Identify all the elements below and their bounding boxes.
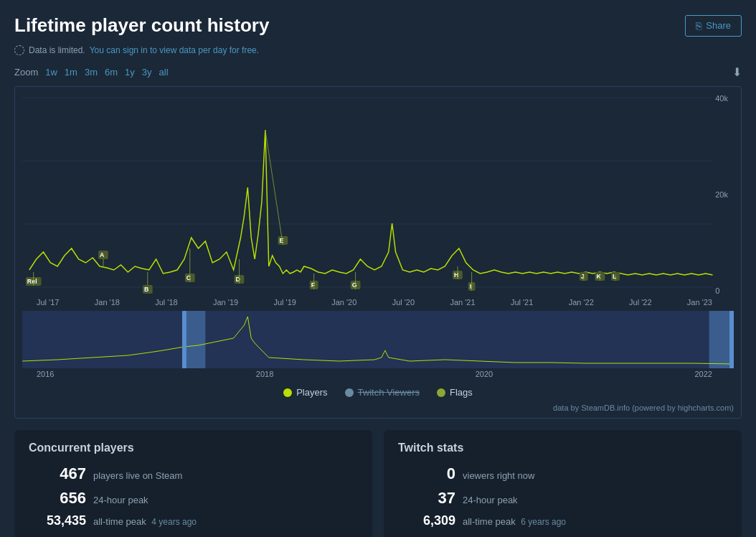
twitch-stats-card: Twitch stats 0 viewers right now 37 24-h…	[384, 430, 742, 537]
page-title: Lifetime player count history	[14, 14, 269, 37]
x-label-4: Jul '19	[273, 298, 296, 307]
x-label-10: Jul '22	[629, 298, 651, 307]
x-label-8: Jul '21	[511, 298, 533, 307]
svg-text:E: E	[279, 237, 283, 244]
sign-in-link[interactable]: You can sign in to view data per day for…	[90, 45, 259, 55]
y-axis-labels: 40k 20k 0	[715, 94, 728, 295]
legend-players[interactable]: Players	[283, 387, 327, 398]
mini-year-2: 2020	[476, 370, 493, 378]
viewers-now-row: 0 viewers right now	[398, 464, 727, 483]
twitch-alltime-peak-row: 6,309 all-time peak 6 years ago	[398, 513, 727, 528]
svg-rect-47	[729, 311, 734, 368]
data-by: data by SteamDB.info (powered by highcha…	[22, 401, 734, 418]
y-label-40k: 40k	[715, 94, 728, 103]
y-label-0: 0	[715, 286, 728, 295]
mini-year-3: 2022	[694, 370, 712, 378]
players-dot	[283, 388, 292, 397]
live-row: 467 players live on Steam	[29, 464, 358, 483]
zoom-3y[interactable]: 3y	[142, 67, 152, 78]
svg-text:F: F	[311, 281, 316, 289]
share-button[interactable]: ⎘ Share	[685, 15, 742, 37]
live-label: players live on Steam	[93, 470, 182, 481]
twitch-alltime-peak-label: all-time peak 6 years ago	[463, 516, 566, 527]
zoom-6m[interactable]: 6m	[105, 67, 118, 78]
svg-text:L: L	[613, 273, 617, 280]
twitch-peak-24h-row: 37 24-hour peak	[398, 489, 727, 508]
x-label-11: Jan '23	[687, 298, 712, 307]
mini-chart-svg	[22, 311, 734, 368]
twitch-peak-24h-number: 37	[398, 489, 455, 508]
zoom-1y[interactable]: 1y	[125, 67, 135, 78]
svg-text:G: G	[352, 281, 357, 289]
mini-year-0: 2016	[37, 370, 54, 378]
svg-text:H: H	[454, 271, 458, 279]
flags-dot	[437, 388, 445, 397]
svg-rect-46	[182, 311, 186, 368]
x-label-1: Jan '18	[95, 298, 120, 307]
svg-rect-43	[22, 311, 734, 368]
twitch-dot	[345, 388, 354, 397]
x-label-0: Jul '17	[37, 298, 59, 307]
svg-text:B: B	[144, 286, 149, 293]
alltime-peak-label: all-time peak 4 years ago	[93, 516, 197, 527]
legend-flags[interactable]: Flags	[437, 387, 473, 398]
legend-row: Players Twitch Viewers Flags	[22, 380, 734, 401]
header-row: Lifetime player count history ⎘ Share	[14, 14, 742, 37]
concurrent-players-card: Concurrent players 467 players live on S…	[14, 430, 372, 537]
zoom-1m[interactable]: 1m	[65, 67, 77, 78]
x-label-3: Jan '19	[213, 298, 238, 307]
zoom-3m[interactable]: 3m	[85, 67, 98, 78]
alltime-peak-number: 53,435	[29, 513, 86, 528]
x-label-5: Jan '20	[331, 298, 356, 307]
x-label-2: Jul '18	[155, 298, 177, 307]
twitch-stats-title: Twitch stats	[398, 442, 727, 454]
peak-24h-row: 656 24-hour peak	[29, 489, 358, 508]
zoom-label: Zoom	[14, 67, 38, 78]
stats-section: Concurrent players 467 players live on S…	[14, 430, 742, 537]
svg-text:C: C	[186, 274, 192, 281]
peak-24h-number: 656	[29, 489, 86, 508]
share-icon: ⎘	[696, 20, 701, 32]
svg-rect-44	[184, 311, 205, 368]
zoom-all[interactable]: all	[159, 67, 169, 78]
mini-year-1: 2018	[256, 370, 273, 378]
mini-year-labels: 2016 2018 2020 2022	[22, 368, 734, 380]
svg-text:I: I	[470, 283, 471, 290]
svg-text:K: K	[596, 273, 601, 280]
download-icon[interactable]: ⬇	[732, 65, 742, 79]
svg-text:D: D	[236, 276, 241, 283]
svg-text:A: A	[100, 251, 105, 258]
concurrent-players-title: Concurrent players	[29, 442, 358, 454]
x-axis-labels: Jul '17 Jan '18 Jul '18 Jan '19 Jul '19 …	[22, 295, 734, 309]
twitch-alltime-peak-number: 6,309	[398, 513, 455, 528]
limit-icon	[14, 45, 24, 55]
live-number: 467	[29, 464, 86, 483]
main-chart[interactable]: Rel A B C D E	[22, 94, 734, 295]
viewers-now-number: 0	[398, 464, 455, 483]
chart-container: Rel A B C D E	[14, 86, 742, 419]
viewers-now-label: viewers right now	[463, 470, 534, 481]
page-wrapper: Lifetime player count history ⎘ Share Da…	[0, 0, 756, 537]
alltime-peak-row: 53,435 all-time peak 4 years ago	[29, 513, 358, 528]
zoom-row: Zoom 1w 1m 3m 6m 1y 3y all ⬇	[14, 65, 742, 79]
mini-chart[interactable]	[22, 311, 734, 368]
x-label-9: Jan '22	[569, 298, 594, 307]
main-chart-svg: Rel A B C D E	[22, 94, 734, 295]
twitch-peak-24h-label: 24-hour peak	[463, 495, 518, 505]
zoom-1w[interactable]: 1w	[45, 67, 57, 78]
data-limited-notice: Data is limited. You can sign in to view…	[14, 45, 742, 55]
svg-text:Rel: Rel	[27, 278, 37, 285]
y-label-20k: 20k	[715, 190, 728, 199]
peak-24h-label: 24-hour peak	[93, 495, 148, 505]
x-label-7: Jan '21	[450, 298, 475, 307]
x-label-6: Jul '20	[392, 298, 415, 307]
legend-twitch[interactable]: Twitch Viewers	[345, 387, 420, 398]
